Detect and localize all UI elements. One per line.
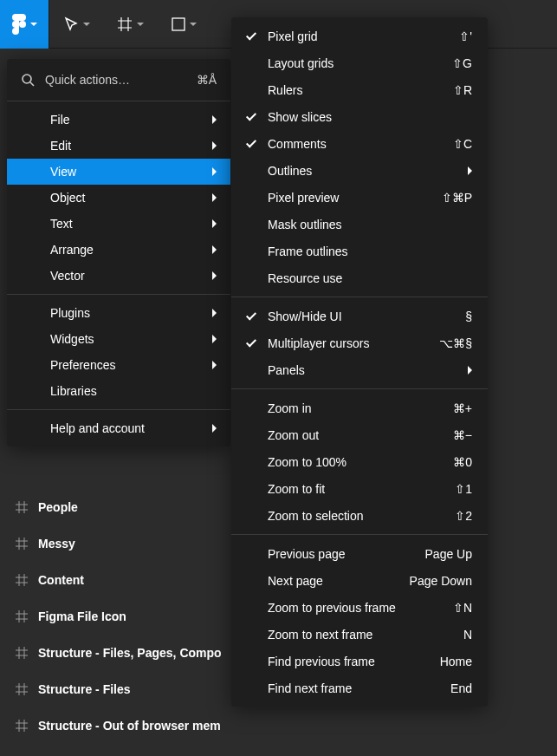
menu-item-label: Widgets (50, 332, 212, 346)
menu-item-label: Vector (50, 269, 212, 283)
check-icon (247, 139, 257, 149)
submenu-item-show-hide-ui[interactable]: Show/Hide UI§ (231, 303, 488, 329)
menu-item-object[interactable]: Object (7, 185, 230, 211)
submenu-item-shortcut: N (463, 628, 472, 642)
submenu-item-rulers[interactable]: Rulers⇧R (231, 76, 488, 103)
frame-tool-button[interactable] (103, 0, 157, 49)
menu-item-help-and-account[interactable]: Help and account (7, 415, 230, 441)
move-tool-button[interactable] (49, 0, 103, 49)
frame-icon (16, 683, 28, 695)
submenu-item-outlines[interactable]: Outlines (231, 157, 488, 184)
submenu-item-multiplayer-cursors[interactable]: Multiplayer cursors⌥⌘§ (231, 329, 488, 356)
check-icon (247, 112, 257, 122)
layer-row[interactable]: Figma File Icon (16, 598, 222, 635)
submenu-item-label: Zoom to next frame (268, 628, 463, 642)
submenu-item-shortcut: End (450, 681, 472, 695)
shape-tool-button[interactable] (157, 0, 210, 49)
submenu-item-label: Show/Hide UI (268, 310, 465, 323)
menu-item-vector[interactable]: Vector (7, 263, 230, 289)
menu-item-label: Edit (50, 139, 212, 153)
submenu-item-next-page[interactable]: Next pagePage Down (231, 567, 488, 594)
layer-row[interactable]: Messy (16, 525, 222, 562)
submenu-item-label: Show slices (268, 110, 472, 124)
layer-row[interactable]: Structure - Pages (16, 744, 222, 756)
menu-item-libraries[interactable]: Libraries (7, 378, 230, 404)
submenu-item-show-slices[interactable]: Show slices (231, 103, 488, 130)
layer-name: Figma File Icon (38, 609, 126, 623)
frame-icon (16, 720, 28, 732)
menu-item-preferences[interactable]: Preferences (7, 352, 230, 378)
menu-item-label: File (50, 113, 212, 127)
frame-icon (16, 610, 28, 622)
submenu-item-resource-use[interactable]: Resource use (231, 264, 488, 291)
submenu-item-comments[interactable]: Comments⇧C (231, 130, 488, 157)
check-icon (247, 31, 257, 42)
submenu-item-panels[interactable]: Panels (231, 356, 488, 383)
layer-row[interactable]: Structure - Files (16, 671, 222, 707)
layer-row[interactable]: Structure - Out of browser mem (16, 707, 222, 744)
menu-item-plugins[interactable]: Plugins (7, 300, 230, 326)
submenu-item-pixel-preview[interactable]: Pixel preview⇧⌘P (231, 184, 488, 211)
menu-item-arrange[interactable]: Arrange (7, 237, 230, 263)
submenu-item-find-next-frame[interactable]: Find next frameEnd (231, 675, 488, 701)
chevron-right-icon (212, 141, 217, 150)
layer-row[interactable]: Content (16, 562, 222, 598)
submenu-item-pixel-grid[interactable]: Pixel grid⇧' (231, 23, 488, 49)
search-icon (21, 73, 35, 87)
frame-icon (16, 647, 28, 659)
menu-divider (7, 101, 230, 101)
layer-name: Structure - Files (38, 682, 131, 696)
submenu-item-zoom-to-[interactable]: Zoom to 100%⌘0 (231, 448, 488, 475)
submenu-item-label: Zoom to previous frame (268, 601, 453, 615)
submenu-item-zoom-out[interactable]: Zoom out⌘− (231, 421, 488, 448)
menu-item-label: Preferences (50, 358, 212, 372)
quick-actions-label: Quick actions… (45, 73, 197, 87)
menu-item-view[interactable]: View (7, 159, 230, 185)
submenu-item-zoom-to-next-frame[interactable]: Zoom to next frameN (231, 621, 488, 648)
chevron-right-icon (212, 271, 217, 280)
menu-item-label: Object (50, 191, 212, 205)
submenu-item-mask-outlines[interactable]: Mask outlines (231, 211, 488, 238)
submenu-item-find-previous-frame[interactable]: Find previous frameHome (231, 648, 488, 675)
layer-row[interactable]: Structure - Files, Pages, Compo (16, 635, 222, 671)
check-slot (247, 338, 268, 349)
quick-actions-row[interactable]: Quick actions… ⌘Å (7, 64, 230, 95)
submenu-item-label: Multiplayer cursors (268, 336, 439, 350)
menu-item-edit[interactable]: Edit (7, 133, 230, 159)
submenu-item-layout-grids[interactable]: Layout grids⇧G (231, 49, 488, 76)
menu-item-label: Arrange (50, 243, 212, 257)
submenu-item-zoom-in[interactable]: Zoom in⌘+ (231, 394, 488, 421)
chevron-down-icon (83, 23, 90, 26)
main-menu: Quick actions… ⌘Å FileEditViewObjectText… (7, 59, 230, 446)
submenu-item-label: Frame outlines (268, 244, 472, 258)
submenu-item-label: Pixel preview (268, 191, 442, 205)
submenu-item-label: Resource use (268, 271, 472, 285)
submenu-item-shortcut: ⇧2 (455, 509, 472, 523)
submenu-item-zoom-to-fit[interactable]: Zoom to fit⇧1 (231, 475, 488, 502)
menu-item-label: Help and account (50, 421, 212, 435)
submenu-item-previous-page[interactable]: Previous pagePage Up (231, 540, 488, 567)
submenu-item-label: Find previous frame (268, 655, 440, 668)
submenu-item-shortcut: Home (440, 655, 472, 668)
submenu-item-label: Comments (268, 137, 453, 151)
check-slot (247, 112, 268, 122)
layer-name: Messy (38, 537, 75, 551)
submenu-item-frame-outlines[interactable]: Frame outlines (231, 238, 488, 264)
submenu-item-shortcut: ⌘− (453, 428, 472, 442)
submenu-item-label: Panels (268, 363, 468, 377)
menu-divider (7, 294, 230, 295)
check-icon (247, 338, 257, 349)
layer-row[interactable]: People (16, 489, 222, 525)
menu-item-text[interactable]: Text (7, 211, 230, 237)
submenu-item-shortcut: ⌘0 (453, 455, 472, 469)
submenu-item-shortcut: ⇧⌘P (442, 191, 472, 205)
submenu-item-zoom-to-selection[interactable]: Zoom to selection⇧2 (231, 502, 488, 529)
menu-item-file[interactable]: File (7, 107, 230, 133)
submenu-item-zoom-to-previous-frame[interactable]: Zoom to previous frame⇧N (231, 594, 488, 621)
submenu-item-shortcut: ⇧1 (455, 482, 472, 496)
figma-logo-button[interactable] (0, 0, 49, 49)
chevron-right-icon (212, 309, 217, 317)
submenu-item-label: Zoom to 100% (268, 455, 453, 469)
submenu-item-shortcut: ⇧G (452, 56, 472, 70)
menu-item-widgets[interactable]: Widgets (7, 326, 230, 352)
